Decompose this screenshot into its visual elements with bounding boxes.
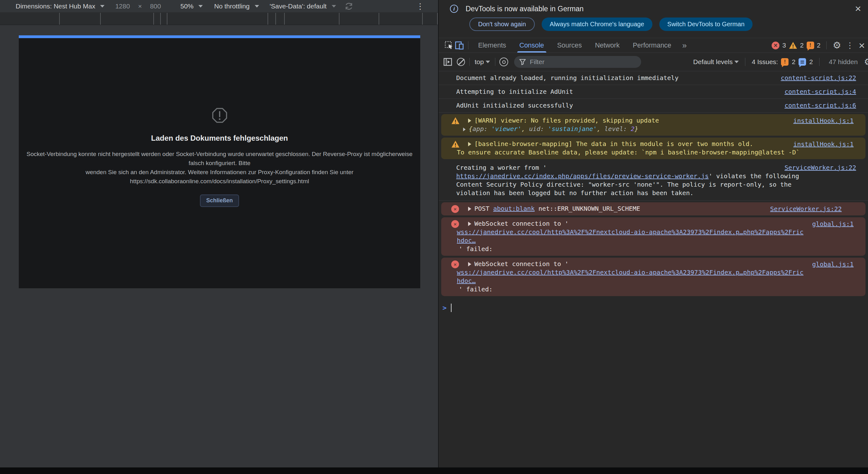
error-badge-icon[interactable]: ✕	[772, 42, 779, 49]
issues-badge-icon[interactable]: !	[807, 42, 814, 49]
hidden-messages-label[interactable]: 47 hidden	[826, 58, 861, 66]
warning-badge-icon[interactable]	[789, 42, 797, 49]
zoom-select[interactable]: 50%	[180, 2, 203, 10]
console-toolbar: top Default levels 4 Issues: ! 2 2 47 h	[439, 53, 868, 71]
log-text: Creating a worker from '	[456, 164, 547, 171]
console-log-row: Creating a worker from ' https://janedri…	[439, 161, 868, 201]
clear-console-icon[interactable]	[456, 57, 466, 67]
expand-triangle-icon[interactable]	[468, 118, 471, 123]
more-tabs-icon[interactable]: »	[678, 41, 691, 50]
issues-orange-icon[interactable]: !	[781, 58, 788, 66]
inspect-element-icon[interactable]	[444, 40, 454, 50]
warning-text-line2: To ensure accurate Baseline data, please…	[457, 148, 806, 157]
source-link[interactable]: ServiceWorker.js:22	[784, 164, 856, 172]
worker-url-link[interactable]: https://janedrive.cc/index.php/apps/file…	[456, 172, 709, 180]
tab-console[interactable]: Console	[513, 38, 551, 53]
expand-triangle-icon[interactable]	[468, 222, 471, 226]
error-octagon-icon	[212, 107, 227, 123]
devtools-menu-icon[interactable]: ⋮	[844, 41, 856, 50]
dialog-close-button[interactable]: Schließen	[200, 195, 239, 207]
console-sidebar-toggle-icon[interactable]	[442, 57, 453, 67]
object-preview[interactable]: {app: 'viewer', uid: 'sustainjane', leve…	[463, 125, 806, 133]
funnel-icon	[519, 59, 526, 65]
source-link[interactable]: content-script.js:6	[784, 101, 856, 110]
save-data-select[interactable]: 'Save-Data': default	[270, 2, 336, 10]
source-link[interactable]: installHook.js:1	[793, 140, 854, 148]
log-text: Content Security Policy directive: "work…	[456, 181, 792, 188]
console-filter	[514, 56, 641, 68]
source-link[interactable]: global.js:1	[812, 260, 854, 269]
error-count[interactable]: 3	[782, 42, 786, 49]
device-toolbar-menu-icon[interactable]: ⋮	[414, 2, 426, 11]
dont-show-again-button[interactable]: Don't show again	[469, 18, 535, 31]
rotate-viewport-icon[interactable]	[344, 2, 353, 11]
language-infobar: i DevTools is now available in German × …	[439, 0, 868, 38]
multiply-icon: ×	[138, 2, 142, 10]
dialog-title: Laden des Dokuments fehlgeschlagen	[19, 134, 420, 143]
issue-count[interactable]: 2	[817, 42, 821, 49]
chevron-down-icon	[486, 61, 490, 63]
error-text: net::ERR_UNKNOWN_URL_SCHEME	[535, 205, 640, 212]
chevron-down-icon	[198, 5, 203, 7]
log-text: Document already loaded, running initial…	[456, 74, 678, 81]
device-toolbar: Dimensions: Nest Hub Max 1280 × 800 50% …	[0, 0, 438, 12]
expand-triangle-icon[interactable]	[468, 142, 471, 146]
divider	[495, 58, 495, 66]
source-link[interactable]: global.js:1	[812, 220, 854, 228]
tab-sources[interactable]: Sources	[551, 38, 589, 53]
error-text: POST	[474, 205, 493, 212]
divider	[468, 41, 468, 49]
viewport-width-field[interactable]: 1280	[115, 2, 130, 10]
chevron-down-icon	[332, 5, 336, 7]
settings-gear-icon[interactable]: ⚙	[833, 41, 841, 50]
tab-elements[interactable]: Elements	[471, 38, 513, 53]
live-expression-eye-icon[interactable]	[498, 57, 509, 67]
issues-label[interactable]: 4 Issues:	[752, 58, 778, 66]
emulated-page: Laden des Dokuments fehlgeschlagen Socke…	[19, 35, 420, 288]
warning-icon	[451, 117, 460, 125]
throttling-select-label: No throttling	[214, 2, 249, 10]
device-select[interactable]: Dimensions: Nest Hub Max	[16, 2, 104, 10]
save-data-select-label: 'Save-Data': default	[270, 2, 327, 10]
device-select-label: Dimensions: Nest Hub Max	[16, 2, 95, 10]
source-link[interactable]: installHook.js:1	[793, 116, 854, 125]
error-text: WebSocket connection to '	[474, 260, 568, 268]
websocket-url-link[interactable]: wss://janedrive.cc/cool/http%3A%2F%2Fnex…	[457, 269, 804, 284]
console-messages: Document already loaded, running initial…	[439, 71, 868, 314]
error-text: ' failed:	[459, 245, 806, 253]
error-text: WebSocket connection to '	[474, 220, 568, 227]
issues-blue-icon[interactable]	[799, 58, 806, 66]
expand-triangle-icon[interactable]	[468, 262, 471, 266]
log-text: AdUnit initialized successfully	[456, 102, 573, 109]
dialog-body: Socket-Verbindung konnte nicht hergestel…	[19, 149, 420, 186]
chevron-down-icon	[255, 5, 259, 7]
console-prompt[interactable]: >	[439, 298, 868, 314]
expand-triangle-icon[interactable]	[468, 207, 471, 211]
log-levels-select[interactable]: Default levels	[693, 58, 739, 66]
divider	[826, 41, 827, 49]
devtools-pane: i DevTools is now available in German × …	[438, 0, 868, 467]
filter-input[interactable]	[530, 58, 624, 66]
console-error-row: ✕ WebSocket connection to ' wss://janedr…	[441, 217, 866, 256]
warning-count[interactable]: 2	[800, 42, 804, 49]
source-link[interactable]: content-script.js:4	[784, 88, 856, 96]
devtools-close-icon[interactable]: ×	[859, 40, 865, 50]
dialog-body-line: wenden Sie sich an den Administrator. We…	[19, 168, 420, 186]
tab-network[interactable]: Network	[588, 38, 626, 53]
switch-to-german-button[interactable]: Switch DevTools to German	[659, 18, 753, 31]
console-warning-row: [WARN] viewer: No files provided, skippi…	[441, 114, 866, 136]
expand-triangle-icon[interactable]	[463, 128, 466, 131]
throttling-select[interactable]: No throttling	[214, 2, 259, 10]
source-link[interactable]: ServiceWorker.js:22	[770, 205, 842, 213]
websocket-url-link[interactable]: wss://janedrive.cc/cool/http%3A%2F%2Fnex…	[457, 228, 804, 244]
device-toolbar-toggle-icon[interactable]	[454, 40, 465, 50]
viewport-height-field[interactable]: 800	[150, 2, 161, 10]
console-settings-gear-icon[interactable]: ⚙	[864, 57, 868, 67]
context-selector[interactable]: top	[473, 58, 492, 66]
source-link[interactable]: content-script.js:22	[781, 74, 856, 82]
match-chrome-language-button[interactable]: Always match Chrome's language	[541, 18, 652, 31]
error-dialog: Laden des Dokuments fehlgeschlagen Socke…	[19, 38, 420, 207]
tab-performance[interactable]: Performance	[626, 38, 678, 53]
infobar-close-icon[interactable]: ×	[855, 2, 861, 14]
about-blank-link[interactable]: about:blank	[493, 205, 534, 212]
